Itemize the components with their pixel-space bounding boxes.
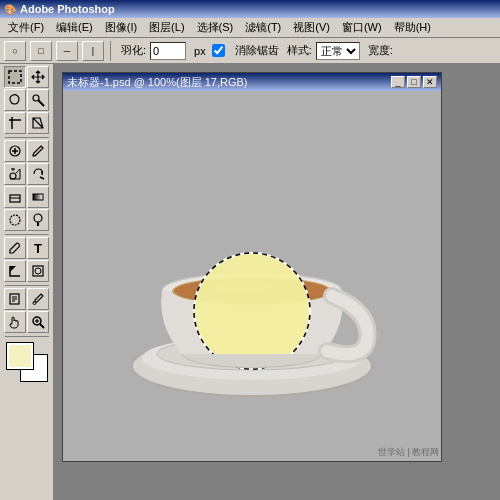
separator-tools — [5, 137, 49, 138]
main-area: T — [0, 64, 500, 500]
tool-row-10 — [4, 288, 49, 310]
zoom-tool[interactable] — [27, 311, 49, 333]
title-bar: 🎨 Adobe Photoshop — [0, 0, 500, 18]
tool-row-2 — [4, 89, 49, 111]
document-title: 未标器-1.psd @ 100%(图层 17,RGB) — [67, 75, 248, 90]
lasso-icon — [8, 93, 22, 107]
tool-row-8: T — [4, 237, 49, 259]
tool-row-6 — [4, 186, 49, 208]
width-label: 宽度: — [368, 43, 393, 58]
dodge-tool[interactable] — [27, 209, 49, 231]
svg-point-13 — [35, 268, 41, 274]
single-row-btn[interactable]: ─ — [56, 41, 78, 61]
style-select[interactable]: 正常 — [316, 42, 360, 60]
svg-point-9 — [34, 214, 42, 222]
history-brush-tool[interactable] — [27, 163, 49, 185]
crop-icon — [8, 116, 22, 130]
svg-rect-7 — [33, 194, 43, 200]
menu-file[interactable]: 文件(F) — [2, 18, 50, 37]
separator-tools-2 — [5, 234, 49, 235]
brush-tool[interactable] — [27, 140, 49, 162]
foreground-color-swatch[interactable] — [7, 343, 33, 369]
shape-tool[interactable] — [27, 260, 49, 282]
menu-select[interactable]: 选择(S) — [191, 18, 240, 37]
separator-tools-4 — [5, 336, 49, 337]
crop-tool[interactable] — [4, 112, 26, 134]
feather-unit: px — [194, 45, 206, 57]
separator-1 — [110, 41, 111, 61]
path-selection-tool[interactable] — [4, 260, 26, 282]
minimize-btn[interactable]: _ — [391, 76, 405, 88]
app-icon: 🎨 — [4, 4, 16, 15]
menu-layer[interactable]: 图层(L) — [143, 18, 190, 37]
tool-row-5 — [4, 163, 49, 185]
separator-tools-3 — [5, 285, 49, 286]
style-label: 样式: — [287, 43, 312, 58]
canvas-area: 未标器-1.psd @ 100%(图层 17,RGB) _ □ ✕ — [54, 64, 500, 500]
clone-icon — [8, 167, 22, 181]
menu-filter[interactable]: 滤镜(T) — [239, 18, 287, 37]
options-bar: ○ □ ─ | 羽化: px 消除锯齿 样式: 正常 宽度: — [0, 38, 500, 64]
svg-rect-0 — [9, 71, 21, 83]
close-btn[interactable]: ✕ — [423, 76, 437, 88]
feather-label: 羽化: — [121, 43, 146, 58]
tool-row-11 — [4, 311, 49, 333]
svg-point-2 — [33, 95, 39, 101]
slice-tool[interactable] — [27, 112, 49, 134]
healing-tool[interactable] — [4, 140, 26, 162]
svg-point-8 — [10, 215, 20, 225]
document-window: 未标器-1.psd @ 100%(图层 17,RGB) _ □ ✕ — [62, 72, 442, 462]
canvas-content[interactable]: 世学站 | 教程网 — [63, 91, 441, 461]
zoom-icon — [31, 315, 45, 329]
antialias-checkbox[interactable] — [212, 44, 225, 57]
notes-tool[interactable] — [4, 288, 26, 310]
dodge-icon — [31, 213, 45, 227]
rect-marquee-btn[interactable]: □ — [30, 41, 52, 61]
type-tool[interactable]: T — [27, 237, 49, 259]
hand-tool[interactable] — [4, 311, 26, 333]
menu-view[interactable]: 视图(V) — [287, 18, 336, 37]
shape-icon — [31, 264, 45, 278]
eraser-icon — [8, 190, 22, 204]
marquee-tool[interactable] — [4, 66, 26, 88]
slice-icon — [31, 116, 45, 130]
blur-tool[interactable] — [4, 209, 26, 231]
menu-window[interactable]: 窗口(W) — [336, 18, 388, 37]
type-icon: T — [34, 241, 42, 256]
menu-help[interactable]: 帮助(H) — [388, 18, 437, 37]
lasso-tool[interactable] — [4, 89, 26, 111]
app-title: Adobe Photoshop — [20, 3, 115, 15]
watermark: 世学站 | 教程网 — [378, 446, 439, 459]
pen-tool[interactable] — [4, 237, 26, 259]
gradient-tool[interactable] — [27, 186, 49, 208]
blur-icon — [8, 213, 22, 227]
magic-wand-tool[interactable] — [27, 89, 49, 111]
clone-tool[interactable] — [4, 163, 26, 185]
feather-input[interactable] — [150, 42, 186, 60]
eraser-tool[interactable] — [4, 186, 26, 208]
menu-image[interactable]: 图像(I) — [99, 18, 143, 37]
pen-icon — [8, 241, 22, 255]
eyedropper-icon — [31, 292, 45, 306]
brush-icon — [31, 144, 45, 158]
svg-marker-11 — [10, 266, 16, 272]
tool-row-4 — [4, 140, 49, 162]
menu-edit[interactable]: 编辑(E) — [50, 18, 99, 37]
single-col-btn[interactable]: | — [82, 41, 104, 61]
magic-wand-icon — [31, 93, 45, 107]
healing-icon — [8, 144, 22, 158]
svg-line-1 — [38, 100, 44, 106]
notes-icon — [8, 292, 22, 306]
history-brush-icon — [31, 167, 45, 181]
menu-bar: 文件(F) 编辑(E) 图像(I) 图层(L) 选择(S) 滤镜(T) 视图(V… — [0, 18, 500, 38]
eyedropper-tool[interactable] — [27, 288, 49, 310]
move-tool[interactable] — [27, 66, 49, 88]
svg-point-4 — [10, 173, 16, 179]
toolbox: T — [0, 64, 54, 500]
tool-row-9 — [4, 260, 49, 282]
hand-icon — [8, 315, 22, 329]
elliptical-marquee-btn[interactable]: ○ — [4, 41, 26, 61]
tool-row-1 — [4, 66, 49, 88]
maximize-btn[interactable]: □ — [407, 76, 421, 88]
gradient-icon — [31, 190, 45, 204]
